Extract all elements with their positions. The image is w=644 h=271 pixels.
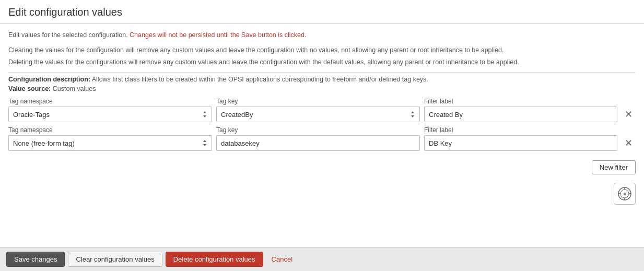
tagkey-label-2: Tag key [216, 126, 420, 134]
info-line1-link: Changes will not be persisted until the … [130, 31, 306, 39]
remove-filter-1-button[interactable]: ✕ [622, 108, 636, 121]
info-line2-text: Clearing the values for the configuratio… [8, 46, 504, 54]
namespace-label-2: Tag namespace [8, 126, 212, 134]
info-line1-static: Edit values for the selected configurati… [8, 31, 128, 39]
config-description-label: Configuration description: [8, 76, 90, 83]
filterlabel-group-1: Filter label [424, 98, 617, 122]
page-wrapper: Edit configuration values Edit values fo… [0, 0, 644, 271]
filterlabel-input-1[interactable] [424, 107, 617, 122]
filterlabel-label-2: Filter label [424, 126, 617, 134]
value-source-value: Custom values [53, 85, 96, 92]
tagkey-label-1: Tag key [216, 98, 420, 105]
namespace-group-1: Tag namespace Oracle-Tags None (free-for… [8, 98, 212, 122]
value-source: Value source: Custom values [8, 85, 636, 92]
delete-config-button[interactable]: Delete configuration values [166, 252, 263, 267]
config-description: Configuration description: Allows first … [8, 76, 636, 83]
namespace-label-1: Tag namespace [8, 98, 212, 105]
help-icon[interactable] [614, 183, 636, 205]
info-block: Edit values for the selected configurati… [8, 30, 636, 40]
info-line2: Clearing the values for the configuratio… [8, 45, 636, 55]
info-line1: Edit values for the selected configurati… [8, 30, 636, 40]
info-clearing-block: Clearing the values for the configuratio… [8, 45, 636, 67]
help-svg-icon [617, 186, 632, 201]
filterlabel-label-1: Filter label [424, 98, 617, 105]
remove-filter-2-button[interactable]: ✕ [622, 136, 636, 150]
filterlabel-input-2[interactable] [424, 135, 617, 151]
namespace-group-2: Tag namespace Oracle-Tags None (free-for… [8, 126, 212, 151]
filterlabel-group-2: Filter label [424, 126, 617, 151]
separator-1 [8, 72, 636, 73]
namespace-select-2[interactable]: Oracle-Tags None (free-form tag) [8, 135, 212, 151]
info-line3-text: Deleting the values for the configuratio… [8, 58, 519, 66]
config-description-value: Allows first class filters to be created… [92, 76, 428, 83]
save-changes-button[interactable]: Save changes [6, 252, 65, 267]
tagkey-group-1: Tag key CreatedBy [216, 98, 420, 122]
value-source-label: Value source: [8, 85, 51, 92]
clear-config-button[interactable]: Clear configuration values [68, 252, 162, 267]
svg-rect-8 [624, 194, 625, 195]
svg-rect-7 [625, 193, 626, 194]
footer-bar: Save changes Clear configuration values … [0, 247, 644, 271]
info-line3: Deleting the values for the configuratio… [8, 57, 636, 67]
tagkey-group-2: Tag key [216, 126, 420, 151]
namespace-select-1[interactable]: Oracle-Tags None (free-form tag) [8, 107, 212, 122]
filter-row-1: Tag namespace Oracle-Tags None (free-for… [8, 98, 636, 122]
tagkey-select-1[interactable]: CreatedBy [216, 107, 420, 122]
actions-row: New filter [8, 155, 636, 180]
content-area: Edit values for the selected configurati… [0, 24, 644, 247]
help-icon-area [8, 180, 636, 207]
header-section: Edit configuration values [0, 0, 644, 24]
new-filter-button[interactable]: New filter [592, 160, 636, 174]
cancel-button[interactable]: Cancel [266, 252, 298, 266]
tagkey-input-2[interactable] [216, 135, 420, 151]
svg-rect-6 [624, 193, 625, 194]
svg-rect-9 [625, 194, 626, 195]
page-title: Edit configuration values [8, 6, 636, 18]
filter-row-2: Tag namespace Oracle-Tags None (free-for… [8, 126, 636, 151]
